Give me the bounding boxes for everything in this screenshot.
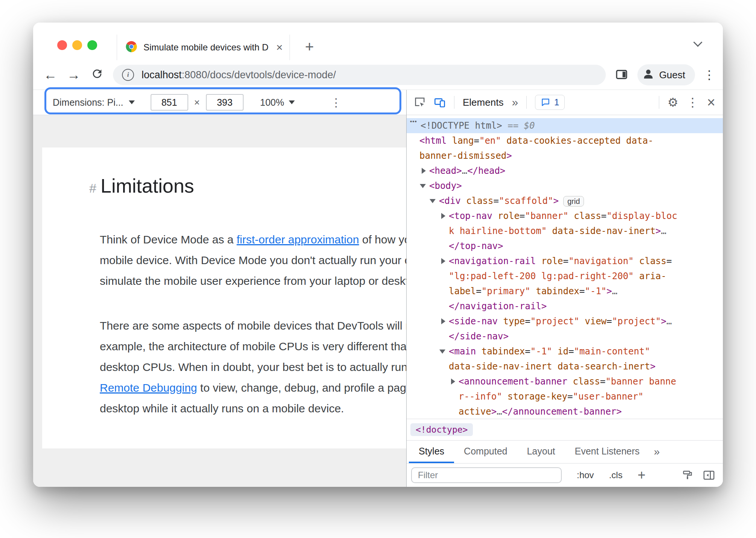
code-token: <announcement-banner [459,376,567,387]
forward-button[interactable]: → [66,68,81,82]
expand-arrow-icon[interactable] [441,213,445,219]
code-token: data-side-nav-inert [449,361,552,372]
expand-arrow-icon[interactable] [451,378,455,385]
zoom-dropdown[interactable]: 100% [260,97,295,108]
node-menu-dots-icon[interactable]: ••• [410,118,421,125]
tab-styles[interactable]: Styles [409,441,454,463]
content-line: Think of Device Mode as a first-order ap… [100,229,406,250]
grid-badge[interactable]: grid [563,196,584,207]
styles-tabbar: StylesComputedLayoutEvent Listeners» [407,440,723,464]
code-token: data-cookies-accepted [506,135,620,146]
height-input[interactable] [206,94,244,111]
url-bar[interactable]: i localhost:8080/docs/devtools/device-mo… [113,65,606,85]
dimensions-label: Dimensions: Pi... [53,97,123,108]
expand-arrow-icon[interactable] [441,318,445,324]
new-tab-button[interactable]: + [299,35,320,58]
code-token: = [494,196,499,206]
code-token: </announcement-banner> [502,406,622,417]
dom-node-line[interactable]: <main tabindex="-1" id="main-content" [407,344,723,359]
more-tabs-icon[interactable]: » [654,441,660,463]
traffic-light-maximize[interactable] [87,40,97,50]
expand-arrow-icon[interactable] [422,168,426,174]
traffic-light-minimize[interactable] [72,40,82,50]
dom-node-line[interactable]: <side-nav type="project" view="project">… [407,314,723,329]
dom-node-line[interactable]: k hairline-bottom" data-side-nav-inert>… [407,223,723,239]
side-panel-icon[interactable] [614,68,629,82]
traffic-light-close[interactable] [57,40,67,50]
dom-node-line[interactable]: <navigation-rail role="navigation" class… [407,254,723,269]
dom-node-line[interactable]: </navigation-rail> [407,299,723,314]
filter-input[interactable] [411,467,562,483]
info-icon[interactable]: i [122,69,134,81]
dom-node-line[interactable]: label="primary" tabindex="-1">… [407,284,723,299]
devtools-menu-icon[interactable]: ⋮ [687,96,699,108]
profile-button[interactable]: Guest [637,64,695,85]
content-line: desktop CPUs. When in doubt, your best b… [100,357,406,377]
reload-button[interactable] [90,67,105,82]
browser-tab[interactable]: Simulate mobile devices with D × [117,35,290,60]
issues-button[interactable]: 1 [535,95,565,110]
toggle-hover-button[interactable]: :hov [577,470,594,480]
devtools-close-icon[interactable]: × [707,95,715,109]
toggle-sidebar-icon[interactable] [703,470,715,480]
page-heading: # Limitations [42,147,406,197]
code-token: > [553,196,558,206]
code-token: storage-key [508,391,567,402]
code-token: "banner banne [605,376,676,387]
settings-gear-icon[interactable]: ⚙ [668,96,678,108]
device-toolbar-menu-icon[interactable]: ⋮ [331,96,342,109]
dimensions-dropdown[interactable]: Dimensions: Pi... [53,97,135,108]
code-token [579,316,585,327]
width-input[interactable] [151,94,188,111]
paint-roller-icon[interactable] [682,470,693,480]
code-token: data-search-inert [558,361,650,372]
code-token: == $0 [502,120,535,131]
tab-computed[interactable]: Computed [454,441,517,463]
collapse-arrow-icon[interactable] [420,184,426,188]
browser-menu-icon[interactable]: ⋮ [703,69,713,81]
device-toggle-icon[interactable] [434,96,446,108]
dom-node-line[interactable]: data-side-nav-inert data-search-inert> [407,359,723,374]
dom-node-line[interactable]: "lg:pad-left-200 lg:pad-right-200" aria- [407,269,723,284]
collapse-arrow-icon[interactable] [430,199,436,203]
code-token: = [579,286,585,296]
tab-layout[interactable]: Layout [517,441,565,463]
indent [407,193,439,208]
content-link[interactable]: first-order approximation [237,233,359,246]
code-token: = [520,211,525,221]
code-token: <top-nav [449,211,492,221]
code-token [547,226,552,236]
more-panels-icon[interactable]: » [512,96,518,109]
back-button[interactable]: ← [43,68,58,82]
dom-node-line[interactable]: active>…</announcement-banner> [407,404,723,419]
inspect-icon[interactable] [414,97,425,108]
toggle-class-button[interactable]: .cls [609,470,622,480]
dom-node-line[interactable]: banner-dismissed> [407,148,723,163]
tab-event-listeners[interactable]: Event Listeners [565,441,649,463]
tab-close-icon[interactable]: × [276,42,283,53]
dom-node-line[interactable]: •••<!DOCTYPE html> == $0 [407,118,723,133]
dom-node-line[interactable]: </top-nav> [407,239,723,254]
dom-node-line[interactable]: <top-nav role="banner" class="display-bl… [407,208,723,223]
code-token [501,135,506,146]
dom-node-line[interactable]: <announcement-banner class="banner banne [407,374,723,389]
dom-node-line[interactable]: </side-nav> [407,329,723,344]
dom-node-line[interactable]: <html lang="en" data-cookies-accepted da… [407,133,723,148]
dom-node-line[interactable]: <body> [407,178,723,193]
code-token [634,271,639,281]
dom-node-line[interactable]: <div class="scaffold">grid [407,193,723,208]
expand-arrow-icon[interactable] [441,258,445,264]
code-token: <side-nav [449,316,498,327]
tab-elements[interactable]: Elements [463,97,503,108]
collapse-arrow-icon[interactable] [439,350,445,354]
breadcrumb-doctype[interactable]: <!doctype> [410,423,473,436]
heading-anchor[interactable]: # [89,181,101,196]
chevron-down-icon[interactable] [693,38,702,47]
indent [407,389,459,404]
new-style-rule-icon[interactable]: + [637,468,645,482]
content-link[interactable]: Remote Debugging [100,381,197,394]
dom-node-line[interactable]: <head>…</head> [407,163,723,178]
dom-node-line[interactable]: r--info" storage-key="user-banner" [407,389,723,404]
styles-filter-row: :hov .cls + [407,464,723,487]
content-line: simulate the mobile user experience from… [100,271,406,291]
